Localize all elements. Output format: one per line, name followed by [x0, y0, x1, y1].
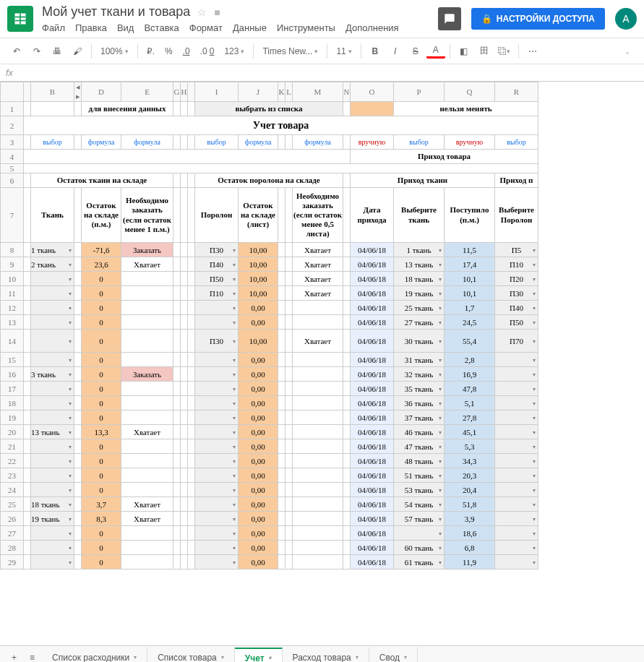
row-15[interactable]: 1500,0004/06/1831 ткань2,8	[1, 353, 538, 367]
select-all-corner[interactable]	[1, 82, 24, 102]
row-7[interactable]: 7 Ткань Остаток на складе (п.м.) Необход…	[1, 188, 538, 243]
col-E[interactable]: E	[121, 82, 173, 102]
all-sheets-button[interactable]: ≡	[24, 650, 40, 663]
fx-label: fx	[6, 67, 13, 78]
row-25[interactable]: 2518 ткань3,7Хватает0,0004/06/1854 ткань…	[1, 497, 538, 512]
row-26[interactable]: 2619 ткань8,3Хватает0,0004/06/1857 ткань…	[1, 512, 538, 526]
row-20[interactable]: 2013 ткань13,3Хватает0,0004/06/1846 ткан…	[1, 425, 538, 439]
borders-button[interactable]: 田	[475, 42, 494, 61]
zoom-select[interactable]: 100%▾	[96, 46, 133, 56]
col-L[interactable]: L	[285, 82, 293, 102]
row-28[interactable]: 2800,0004/06/1860 ткань6,8	[1, 541, 538, 555]
undo-button[interactable]: ↶	[7, 42, 26, 61]
row-16[interactable]: 163 ткань0Заказать0,0004/06/1832 ткань16…	[1, 367, 538, 382]
menu-Данные[interactable]: Данные	[233, 22, 267, 33]
menu-Файл[interactable]: Файл	[42, 22, 65, 33]
currency-button[interactable]: ₽.	[142, 46, 159, 56]
menu-Вид[interactable]: Вид	[117, 22, 134, 33]
strike-button[interactable]: S	[406, 42, 425, 61]
col-A[interactable]	[24, 82, 31, 102]
col-P[interactable]: P	[394, 82, 445, 102]
row-6[interactable]: 6 Остаток ткани на складе Остаток пороло…	[1, 173, 538, 188]
row-11[interactable]: 110П1010,00Хватает04/06/1819 ткань10,1П3…	[1, 286, 538, 301]
col-C[interactable]: ◂ ▸	[74, 82, 82, 102]
star-icon[interactable]: ☆	[197, 7, 207, 18]
text-color-button[interactable]: A	[426, 44, 445, 59]
row-18[interactable]: 1800,0004/06/1836 ткань5,1	[1, 396, 538, 410]
sheet-tab-4[interactable]: Свод▾	[369, 648, 418, 663]
spreadsheet-grid[interactable]: B ◂ ▸ D E G H I J K L M N O P Q R 1 для …	[0, 82, 538, 569]
avatar[interactable]: А	[615, 8, 637, 30]
col-D[interactable]: D	[82, 82, 121, 102]
row-9[interactable]: 92 ткань23,6ХватаетП4010,00Хватает04/06/…	[1, 257, 538, 272]
col-Q[interactable]: Q	[445, 82, 495, 102]
row-13[interactable]: 1300,0004/06/1827 ткань24,5П50	[1, 315, 538, 330]
row-19[interactable]: 1900,0004/06/1837 ткань27,8	[1, 410, 538, 425]
row-3[interactable]: 3 выбор формула формула выбор формула фо…	[1, 135, 538, 150]
col-O[interactable]: O	[351, 82, 394, 102]
row-22[interactable]: 2200,0004/06/1848 ткань34,3	[1, 454, 538, 468]
grid-area[interactable]: B ◂ ▸ D E G H I J K L M N O P Q R 1 для …	[0, 82, 644, 645]
col-J[interactable]: J	[239, 82, 278, 102]
comment-icon	[444, 13, 455, 25]
col-K[interactable]: K	[278, 82, 285, 102]
row-8[interactable]: 81 ткань-71,6ЗаказатьП3010,00Хватает04/0…	[1, 243, 538, 257]
decrease-decimal-button[interactable]: .0	[179, 46, 194, 56]
sheet-tab-2[interactable]: Учет▾	[235, 648, 283, 663]
percent-button[interactable]: %	[160, 46, 177, 56]
font-size-select[interactable]: 11▾	[332, 46, 356, 56]
menu-Формат[interactable]: Формат	[189, 22, 223, 33]
col-gap1[interactable]	[188, 82, 195, 102]
merge-button[interactable]: ⿻▾	[495, 42, 514, 61]
formula-input[interactable]	[20, 67, 638, 78]
row-4[interactable]: 4 Приход товара	[1, 150, 538, 164]
row-5[interactable]: 5	[1, 164, 538, 173]
sheet-tab-3[interactable]: Расход товара▾	[283, 648, 369, 663]
col-R[interactable]: R	[495, 82, 538, 102]
row-2[interactable]: 2 Учет товара	[1, 116, 538, 135]
more-toolbar-button[interactable]: ⋯	[523, 42, 542, 61]
col-M[interactable]: M	[293, 82, 343, 102]
row-23[interactable]: 2300,0004/06/1851 ткань20,3	[1, 468, 538, 483]
menu-Дополнения[interactable]: Дополнения	[345, 22, 399, 33]
fill-color-button[interactable]: ◧	[455, 42, 473, 61]
app-header: Мой учет ткани и товара ☆ ■ ФайлПравкаВи…	[0, 0, 644, 38]
col-N[interactable]: N	[343, 82, 351, 102]
menu-Правка[interactable]: Правка	[75, 22, 107, 33]
paint-format-button[interactable]: 🖌	[68, 42, 87, 61]
row-17[interactable]: 1700,0004/06/1835 ткань47,8	[1, 382, 538, 396]
bold-button[interactable]: B	[366, 42, 385, 61]
row-1[interactable]: 1 для внесения данных выбрать из списка …	[1, 102, 538, 116]
col-B[interactable]: B	[31, 82, 74, 102]
row-24[interactable]: 2400,0004/06/1853 ткань20,4	[1, 483, 538, 497]
row-14[interactable]: 140П3010,00Хватает04/06/1830 ткань55,4П7…	[1, 330, 538, 353]
increase-decimal-button[interactable]: .00	[196, 46, 219, 56]
menu-Вставка[interactable]: Вставка	[144, 22, 179, 33]
menu-Инструменты[interactable]: Инструменты	[277, 22, 335, 33]
more-formats-button[interactable]: 123▾	[220, 46, 249, 56]
sheet-tabs: + ≡ Список расходники▾Список товара▾Учет…	[0, 645, 644, 662]
add-sheet-button[interactable]: +	[6, 650, 22, 663]
comments-button[interactable]	[438, 7, 461, 30]
header-right: 🔒 НАСТРОЙКИ ДОСТУПА А	[438, 7, 637, 30]
row-10[interactable]: 100П5010,00Хватает04/06/1818 ткань10,1П2…	[1, 272, 538, 286]
sheet-tab-0[interactable]: Список расходники▾	[42, 648, 147, 663]
row-27[interactable]: 2700,0004/06/1818,6	[1, 526, 538, 541]
share-button[interactable]: 🔒 НАСТРОЙКИ ДОСТУПА	[471, 8, 605, 30]
collapse-toolbar-button[interactable]: ⌃	[618, 42, 637, 61]
print-button[interactable]: 🖶	[48, 42, 66, 61]
italic-button[interactable]: I	[386, 42, 405, 61]
row-29[interactable]: 2900,0004/06/1861 ткань11,9	[1, 555, 538, 569]
col-I[interactable]: I	[195, 82, 239, 102]
redo-button[interactable]: ↷	[27, 42, 46, 61]
col-G[interactable]: G	[173, 82, 181, 102]
folder-icon[interactable]: ■	[214, 7, 220, 18]
lock-icon: 🔒	[481, 14, 492, 24]
row-21[interactable]: 2100,0004/06/1847 ткань5,3	[1, 439, 538, 454]
sheet-tab-1[interactable]: Список товара▾	[147, 648, 235, 663]
doc-title[interactable]: Мой учет ткани и товара ☆ ■	[42, 4, 438, 20]
col-H[interactable]: H	[181, 82, 188, 102]
sheets-logo[interactable]	[7, 6, 33, 32]
font-select[interactable]: Times New...▾	[258, 46, 322, 56]
row-12[interactable]: 1200,0004/06/1825 ткань1,7П40	[1, 301, 538, 315]
